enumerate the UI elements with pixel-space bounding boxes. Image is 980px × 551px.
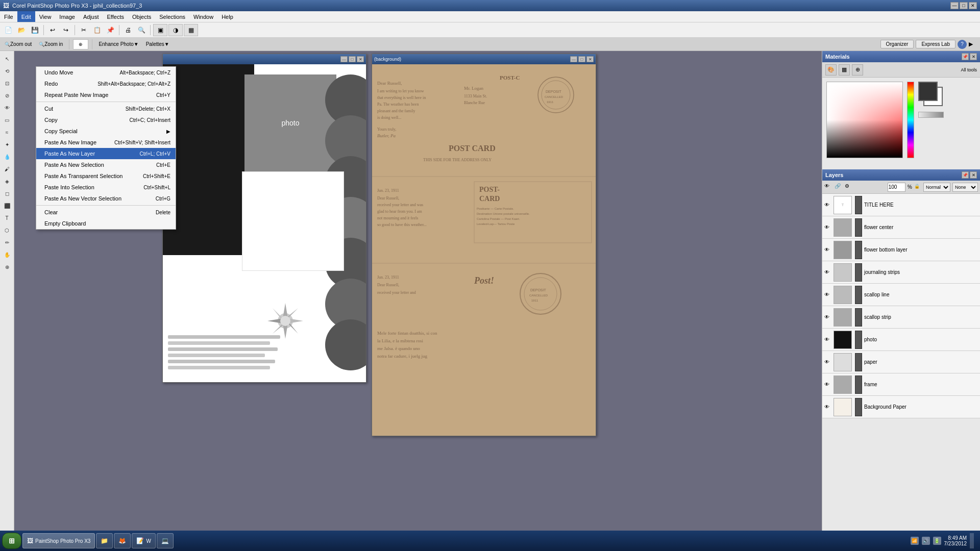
- menu-help[interactable]: Help: [217, 11, 237, 22]
- ctx-empty-clipboard[interactable]: Empty Clipboard: [36, 218, 176, 229]
- organizer-btn[interactable]: Organizer: [880, 40, 914, 48]
- tool-deform[interactable]: ⟲: [2, 65, 13, 77]
- tool-freehand[interactable]: ≈: [2, 127, 13, 138]
- tool-btn-2[interactable]: ◑: [168, 24, 183, 36]
- tool-magic-wand[interactable]: ✦: [2, 139, 13, 150]
- ctx-undo-move[interactable]: Undo Move Alt+Backspace; Ctrl+Z: [36, 67, 176, 78]
- express-lab-btn[interactable]: Express Lab: [916, 40, 955, 48]
- doc1-maximize[interactable]: □: [349, 56, 356, 62]
- alpha-bar[interactable]: [918, 112, 944, 118]
- layer-eye-2[interactable]: 👁: [824, 224, 831, 230]
- lock-icon[interactable]: 🔒: [914, 184, 921, 191]
- doc2-minimize[interactable]: —: [570, 56, 577, 62]
- layers-pin-btn[interactable]: 📌: [962, 171, 969, 179]
- new-btn[interactable]: 📄: [2, 24, 14, 36]
- tool-paint[interactable]: 🖌: [2, 163, 13, 174]
- ctx-paste-new-image[interactable]: Paste As New Image Ctrl+Shift+V; Shift+I…: [36, 137, 176, 148]
- ctx-paste-new-layer[interactable]: Paste As New Layer Ctrl+L; Ctrl+V: [36, 148, 176, 159]
- tool-text[interactable]: T: [2, 212, 13, 223]
- layers-settings[interactable]: ⚙: [845, 183, 853, 191]
- color-tab[interactable]: 🎨: [825, 64, 837, 76]
- save-btn[interactable]: 💾: [29, 24, 41, 36]
- ctx-redo[interactable]: Redo Shift+Alt+Backspace; Ctrl+Alt+Z: [36, 78, 176, 89]
- layer-title-here[interactable]: 👁 T TITLE HERE: [822, 194, 980, 216]
- menu-image[interactable]: Image: [55, 11, 79, 22]
- palettes-btn[interactable]: Palettes ▼: [143, 38, 172, 51]
- redo-btn[interactable]: ↪: [60, 24, 72, 36]
- hue-bar[interactable]: [907, 82, 914, 158]
- menu-edit[interactable]: Edit: [17, 11, 35, 22]
- taskbar-firefox[interactable]: 🦊: [114, 533, 131, 548]
- layer-journaling[interactable]: 👁 journaling strips: [822, 261, 980, 284]
- materials-pin-btn[interactable]: 📌: [962, 53, 969, 60]
- taskbar-battery-icon[interactable]: 🔋: [933, 537, 941, 545]
- ctx-paste-transparent[interactable]: Paste As Transparent Selection Ctrl+Shif…: [36, 170, 176, 182]
- taskbar-explorer[interactable]: 📁: [96, 533, 113, 548]
- none-select[interactable]: None: [952, 183, 978, 192]
- layer-eye-7[interactable]: 👁: [824, 337, 831, 342]
- layer-scallop-line[interactable]: 👁 scallop line: [822, 284, 980, 306]
- zoom-in-btn[interactable]: 🔍 Zoom in: [36, 38, 65, 51]
- start-button[interactable]: ⊞: [2, 533, 21, 549]
- layer-flower-bottom[interactable]: 👁 flower bottom layer: [822, 239, 980, 261]
- menu-window[interactable]: Window: [189, 11, 217, 22]
- zoom-btn[interactable]: 🔍: [135, 24, 148, 36]
- swatches-tab[interactable]: ▦: [839, 64, 850, 76]
- layer-photo[interactable]: 👁 photo: [822, 329, 980, 351]
- maximize-button[interactable]: □: [960, 2, 968, 9]
- layer-eye-9[interactable]: 👁: [824, 382, 831, 387]
- layers-eye-toggle[interactable]: 👁: [824, 183, 832, 191]
- taskbar-network-icon[interactable]: 📶: [911, 537, 919, 545]
- taskbar-paintshop[interactable]: 🖼 PaintShop Photo Pro X3: [22, 533, 95, 548]
- menu-adjust[interactable]: Adjust: [79, 11, 103, 22]
- ctx-cut[interactable]: Cut Shift+Delete; Ctrl+X: [36, 103, 176, 114]
- show-desktop-btn[interactable]: [970, 533, 974, 548]
- open-btn[interactable]: 📂: [15, 24, 28, 36]
- layer-eye-4[interactable]: 👁: [824, 269, 831, 275]
- menu-view[interactable]: View: [35, 11, 56, 22]
- tool-dropper[interactable]: 💧: [2, 151, 13, 162]
- close-button[interactable]: ✕: [969, 2, 977, 9]
- ctx-paste-new-selection[interactable]: Paste As New Selection Ctrl+E: [36, 159, 176, 170]
- print-btn[interactable]: 🖨: [122, 24, 134, 36]
- materials-close-btn[interactable]: ✕: [970, 53, 977, 60]
- layer-eye-3[interactable]: 👁: [824, 247, 831, 253]
- layer-eye-5[interactable]: 👁: [824, 292, 831, 297]
- taskbar-volume-icon[interactable]: 🔊: [922, 537, 930, 545]
- enhance-photo-btn[interactable]: Enhance Photo ▼: [96, 38, 141, 51]
- layer-paper[interactable]: 👁 paper: [822, 351, 980, 373]
- layers-link-toggle[interactable]: 🔗: [835, 183, 843, 191]
- layer-scallop-strip[interactable]: 👁 scallop strip: [822, 306, 980, 329]
- menu-selections[interactable]: Selections: [155, 11, 189, 22]
- ctx-paste-vector[interactable]: Paste As New Vector Selection Ctrl+G: [36, 193, 176, 204]
- copy-btn[interactable]: 📋: [91, 24, 103, 36]
- tool-red-eye[interactable]: 👁: [2, 102, 13, 113]
- zoom-out-btn[interactable]: 🔍 Zoom out: [2, 38, 34, 51]
- tool-fill[interactable]: ⬛: [2, 200, 13, 211]
- tool-arrow[interactable]: ↖: [2, 53, 13, 64]
- menu-effects[interactable]: Effects: [103, 11, 128, 22]
- tool-eraser[interactable]: ◻: [2, 188, 13, 199]
- paste-btn[interactable]: 📌: [104, 24, 116, 36]
- taskbar-app5[interactable]: 💻: [157, 533, 174, 548]
- layers-close-btn[interactable]: ✕: [970, 171, 977, 179]
- ctx-repeat[interactable]: Repeat Paste New Image Ctrl+Y: [36, 89, 176, 101]
- layer-eye-8[interactable]: 👁: [824, 359, 831, 365]
- tool-btn-1[interactable]: ▣: [153, 24, 167, 36]
- doc1-minimize[interactable]: —: [340, 56, 348, 62]
- layer-eye-1[interactable]: 👁: [824, 202, 831, 208]
- tool-hand[interactable]: ✋: [2, 249, 13, 260]
- tool-crop[interactable]: ⊡: [2, 78, 13, 89]
- tool-straighten[interactable]: ⊘: [2, 90, 13, 101]
- zoom-selector[interactable]: ⊕: [73, 39, 88, 49]
- ctx-clear[interactable]: Clear Delete: [36, 207, 176, 218]
- tool-pen[interactable]: ✏: [2, 237, 13, 248]
- doc2-close[interactable]: ✕: [586, 56, 594, 62]
- layer-background-paper[interactable]: 👁 Background Paper: [822, 396, 980, 418]
- ctx-paste-into[interactable]: Paste Into Selection Ctrl+Shift+L: [36, 182, 176, 193]
- opacity-input[interactable]: [888, 183, 905, 192]
- mixer-tab[interactable]: ⊕: [852, 64, 863, 76]
- help-circle-btn[interactable]: ?: [958, 40, 967, 49]
- menu-objects[interactable]: Objects: [128, 11, 155, 22]
- foreground-swatch[interactable]: [918, 82, 938, 101]
